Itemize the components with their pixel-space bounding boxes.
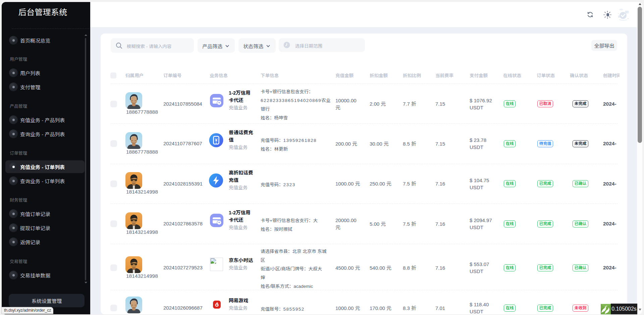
svg-text:¥: ¥ bbox=[215, 137, 218, 143]
